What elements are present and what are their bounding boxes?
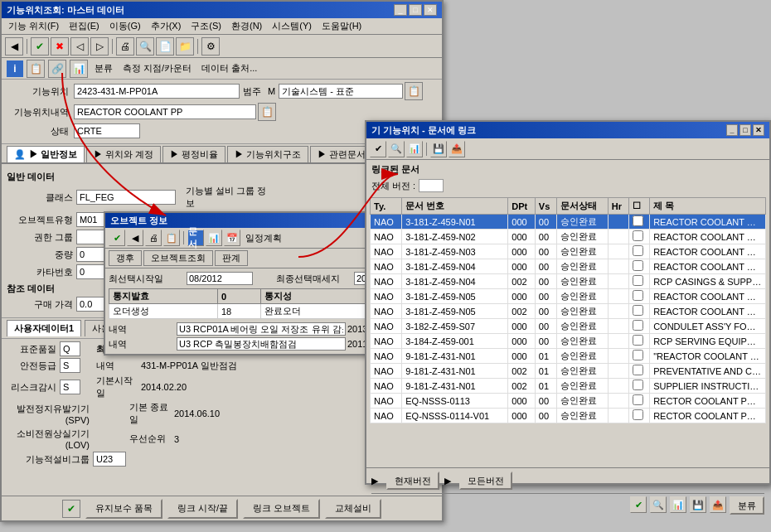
all-version-input[interactable] [419, 179, 444, 192]
menu-edit[interactable]: 편집(E) [65, 19, 103, 33]
tool-btn-3[interactable]: 📊 [70, 60, 88, 78]
doc-table-row[interactable]: NAO EQ-NSSS-0114-V01 000 00 승인완료 RECTOR … [371, 409, 766, 423]
menu-extra[interactable]: 추가(X) [148, 19, 185, 33]
cell-checkbox[interactable] [628, 394, 650, 409]
find-button[interactable]: 🔍 [136, 37, 154, 56]
prev-button[interactable]: ◁ [70, 37, 89, 56]
tool-btn-2[interactable]: 🔗 [48, 60, 66, 78]
menu-structure[interactable]: 구조(S) [187, 19, 225, 33]
status-input[interactable] [74, 123, 140, 138]
doc-button[interactable]: 📄 [156, 37, 174, 56]
doc-table-row[interactable]: NAO 3-181-Z-459-N04 000 00 승인완료 REACTOR … [371, 259, 766, 274]
class-branch-icon[interactable]: 📋 [405, 82, 423, 100]
menu-system[interactable]: 시스템(Y) [269, 19, 315, 33]
settings-icon[interactable]: ⚙ [201, 37, 220, 56]
menu-data-process[interactable]: 데이터 출처... [198, 62, 260, 75]
info-icon[interactable]: i [7, 60, 23, 77]
risk-input[interactable] [60, 380, 80, 394]
doc-table-row[interactable]: NAO 3-181-Z-459-N03 000 00 승인완료 REACTOR … [371, 244, 766, 259]
cell-checkbox[interactable] [628, 215, 650, 230]
tab-structure[interactable]: ▶ 기능위치구조 [227, 146, 308, 162]
doc-bottom-btn-4[interactable]: 💾 [690, 496, 706, 513]
doc-close-button[interactable]: ✕ [753, 124, 764, 136]
cancel-button[interactable]: ✖ [51, 37, 69, 56]
link-start-end-button[interactable]: 링크 시작/끝 [167, 499, 238, 519]
doc-table-row[interactable]: NAO 3-181-Z-459-N04 002 00 승인완료 RCP CASI… [371, 274, 766, 289]
doc-table-row[interactable]: NAO 3-184-Z-459-001 000 00 승인완료 RCP SERV… [371, 334, 766, 349]
maximize-button[interactable]: □ [409, 4, 422, 16]
content-input-1[interactable] [177, 322, 346, 336]
back-button[interactable]: ◀ [5, 37, 23, 56]
link-object-button[interactable]: 링크 오브젝트 [243, 499, 320, 519]
menu-goto[interactable]: 이동(G) [106, 19, 144, 33]
cell-checkbox[interactable] [628, 244, 650, 259]
cell-checkbox[interactable] [628, 364, 650, 379]
cell-checkbox[interactable] [628, 230, 650, 244]
content-input-2[interactable] [177, 337, 346, 351]
menu-env[interactable]: 환경(N) [228, 19, 265, 33]
maintenance-items-button[interactable]: 유지보수 품목 [85, 499, 162, 519]
obj-back-btn[interactable]: ◀ [127, 230, 143, 246]
doc-table-row[interactable]: NAO EQ-NSSS-0113 000 00 승인완료 RECTOR COOL… [371, 394, 766, 409]
doc-tool-5[interactable]: 📤 [449, 141, 465, 157]
last-sel-start-input[interactable] [187, 272, 253, 285]
cell-checkbox[interactable] [628, 379, 650, 394]
obj-print-btn[interactable]: 🖨 [145, 230, 162, 246]
cell-checkbox[interactable] [628, 274, 650, 289]
obj-tab-1[interactable]: 갱후 [109, 250, 142, 266]
doc-max-button[interactable]: □ [739, 124, 751, 136]
tech-location-input[interactable] [74, 84, 240, 99]
user-data-tab-1[interactable]: 사용자데이터1 [7, 320, 81, 336]
all-version-button[interactable]: 모든버전 [459, 472, 512, 490]
doc-table-row[interactable]: NAO 9-181-Z-431-N01 000 01 승인완료 "REACTOR… [371, 349, 766, 364]
tab-location[interactable]: ▶ 위치와 계정 [86, 146, 161, 162]
doc-table-row[interactable]: NAO 9-181-Z-431-N01 002 01 승인완료 PREVENTA… [371, 364, 766, 379]
next-button[interactable]: ▷ [90, 37, 109, 56]
doc-tool-1[interactable]: ✔ [370, 141, 386, 157]
cell-checkbox[interactable] [628, 304, 650, 319]
doc-bottom-btn-5[interactable]: 📤 [710, 496, 726, 513]
obj-settings-label[interactable]: 일정계획 [245, 232, 282, 244]
func-group-input[interactable] [93, 452, 126, 467]
obj-copy-btn[interactable]: 📋 [163, 230, 180, 246]
doc-bottom-btn-3[interactable]: 📊 [670, 496, 686, 513]
menu-classify[interactable]: 분류 [91, 62, 116, 75]
minimize-button[interactable]: _ [394, 4, 407, 16]
tab-eval[interactable]: ▶ 평정비율 [162, 146, 225, 162]
menu-help[interactable]: 도움말(H) [318, 19, 365, 33]
obj-chart-btn[interactable]: 📊 [206, 230, 222, 246]
doc-table-row[interactable]: NAO 3-182-Z-459-S07 000 00 승인완료 CONDULET… [371, 319, 766, 334]
obj-tab-3[interactable]: 판계 [215, 250, 248, 266]
quality-input[interactable] [60, 341, 80, 356]
doc-bottom-btn-2[interactable]: 🔍 [650, 496, 667, 513]
doc-table-row[interactable]: NAO 3-181-Z-459-N05 000 00 승인완료 REACTOR … [371, 289, 766, 304]
cell-checkbox[interactable] [628, 289, 650, 304]
tab-related[interactable]: ▶ 관련문서 [310, 146, 373, 162]
doc-tool-2[interactable]: 🔍 [388, 141, 405, 157]
doc-tool-3[interactable]: 📊 [406, 141, 423, 157]
cell-checkbox[interactable] [628, 349, 650, 364]
obj-doc-btn[interactable]: 문서 [187, 230, 204, 246]
doc-min-button[interactable]: _ [726, 124, 738, 136]
save-button[interactable]: ✔ [31, 37, 49, 56]
doc-table-row[interactable]: NAO 3-181-Z-459-N02 000 00 승인완료 REACTOR … [371, 230, 766, 244]
obj-save-btn[interactable]: ✔ [109, 230, 125, 246]
class-branch-input[interactable] [279, 84, 403, 99]
obj-calendar-btn[interactable]: 📅 [224, 230, 240, 246]
doc-table-row[interactable]: NAO 3-181-Z-459-N01 000 00 승인완료 REACTOR … [371, 215, 766, 230]
menu-location-code[interactable]: 측정 지점/카운터 [119, 62, 195, 75]
close-button[interactable]: ✕ [424, 4, 437, 16]
tech-location-desc-input[interactable] [74, 104, 256, 119]
obj-tab-2[interactable]: 오브젝트조회 [143, 250, 213, 266]
safety-input[interactable] [60, 358, 80, 373]
doc-bottom-btn-1[interactable]: ✔ [630, 496, 647, 513]
doc-table-row[interactable]: NAO 9-181-Z-431-N01 002 01 승인완료 SUPPLIER… [371, 379, 766, 394]
cell-checkbox[interactable] [628, 409, 650, 423]
cell-checkbox[interactable] [628, 259, 650, 274]
tab-general[interactable]: 👤 ▶ 일반정보 [7, 146, 85, 162]
current-version-button[interactable]: 현재버전 [386, 472, 439, 490]
doc-table-row[interactable]: NAO 3-181-Z-459-N05 002 00 승인완료 REACTOR … [371, 304, 766, 319]
class-input[interactable] [76, 190, 176, 205]
tool-btn-1[interactable]: 📋 [27, 60, 45, 78]
doc-tool-4[interactable]: 💾 [430, 141, 447, 157]
